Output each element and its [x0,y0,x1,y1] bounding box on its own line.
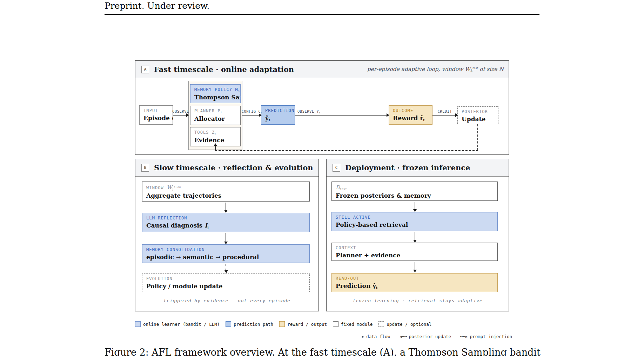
outcome-box: OUTCOME Reward r̃t [389,105,432,125]
dotted-right-arrow-icon: ╌╌► [460,334,468,339]
context-text: Planner + evidence [336,252,497,259]
legend-item-label: prediction path [234,322,273,327]
config-arrow-label: CONFIG Ct [242,109,262,114]
still-active-label: STILL ACTIVE [336,215,497,220]
posterior-text: Update [462,116,498,123]
panel-c-arrow-3 [415,262,415,270]
prediction-path-swatch-icon [226,321,231,327]
llm-reflection-label: LLM REFLECTION [146,216,309,220]
fixed-module-swatch-icon [333,321,338,327]
memory-policy-box: MEMORY POLICY Mt Thompson Sampling [190,84,241,103]
memory-policy-label: MEMORY POLICY Mt [194,87,240,92]
memory-consolidation-text: episodic → semantic → procedural [146,253,309,261]
readout-box: READ-OUT Prediction ŷt [331,273,498,292]
observe-y-arrow-label: OBSERVE Yt [297,109,320,114]
reward-output-swatch-icon [279,321,285,327]
window-box: WINDOW WjSLOW Aggregate trajectories [142,182,310,202]
panel-b-header: B Slow timescale · reflection & evolutio… [135,159,318,177]
posterior-box: POSTERIOR Update [457,106,498,124]
observe-arrow-label: OBSERVE [172,109,189,113]
feedback-line-stub [215,146,216,150]
observe-arrow [173,115,188,116]
readout-text: Prediction ŷt [336,282,497,290]
legend-flows: —► data flow ◄╌╌ posterior update ╌╌► pr… [359,334,512,339]
legend-item-label: online learner (bandit / LLM) [143,322,220,327]
policy-group-box: MEMORY POLICY Mt Thompson Sampling PLANN… [188,81,242,150]
outcome-text: Reward r̃t [393,114,432,122]
panel-b-caption: triggered by evidence — not every episod… [135,298,318,303]
panel-c-badge: C [333,164,340,172]
llm-reflection-text: Causal diagnosis Ij [146,222,309,229]
credit-arrow [432,115,457,116]
feedback-line-vertical [477,124,478,150]
panel-c-caption: frozen learning · retrieval stays adapti… [327,298,509,303]
legend-item-label: reward / output [287,322,327,327]
observe-y-arrow [295,115,389,116]
input-label: INPUT [143,108,173,113]
memory-consolidation-box: MEMORY CONSOLIDATION episodic → semantic… [142,244,310,263]
figure-caption: Figure 2: AFL framework overview. At the… [105,347,541,356]
panel-deployment: C Deployment · frozen inference DTEST Fr… [326,159,509,311]
panel-b-title: Slow timescale · reflection & evolution [154,163,313,172]
legend-flow-label: prompt injection [470,334,512,339]
dtest-text: Frozen posteriors & memory [336,192,497,199]
memory-consolidation-label: MEMORY CONSOLIDATION [146,247,309,252]
tools-text: Evidence [194,137,240,144]
panel-fast-timescale: A Fast timescale · online adaptation per… [135,60,509,155]
paper-page: Preprint. Under review. A Fast timescale… [0,0,644,356]
panel-c-arrow-2 [415,232,415,240]
window-text: Aggregate trajectories [146,192,309,199]
solid-arrow-icon: —► [359,334,364,339]
panel-a-note: per-episode adaptive loop, window Wkfast… [367,66,504,73]
window-label: WINDOW WjSLOW [146,184,309,191]
legend-item-label: update / optional [387,322,431,327]
legend-item-label: fixed module [341,322,373,327]
legend-item-online: online learner (bandit / LLM) [135,321,220,327]
legend-flow-label: posterior update [409,334,451,339]
still-active-box: STILL ACTIVE Policy-based retrieval [331,212,498,231]
legend-item-prediction: prediction path [226,321,273,327]
legend-divider [135,317,509,317]
credit-arrow-label: CREDIT [438,109,452,113]
planner-label: PLANNER Pt [194,108,240,114]
panel-b-arrow-2 [226,233,226,242]
legend-item-reward: reward / output [279,321,327,327]
prediction-text: ŷt [265,114,295,122]
dtest-box: DTEST Frozen posteriors & memory [331,182,498,201]
context-box: CONTEXT Planner + evidence [331,243,498,261]
panel-a-header: A Fast timescale · online adaptation per… [135,61,509,78]
tools-label: TOOLS Zt [194,130,240,135]
prediction-box: PREDICTION ŷt [261,105,295,125]
legend-swatches: online learner (bandit / LLM) prediction… [135,321,431,327]
legend-item-update: update / optional [378,321,431,327]
panel-a-title: Fast timescale · online adaptation [154,65,294,74]
prediction-label: PREDICTION [265,108,295,113]
header-rule [105,14,539,15]
dtest-label: DTEST [336,184,497,191]
legend-item-fixed: fixed module [333,321,373,327]
update-optional-swatch-icon [378,321,384,327]
panel-b-badge: B [141,164,149,172]
legend-flow-label: data flow [366,334,390,339]
panel-b-arrow-1 [226,203,226,210]
dashed-left-arrow-icon: ◄╌╌ [399,334,407,339]
panel-c-arrow-1 [415,202,415,210]
context-label: CONTEXT [336,245,497,250]
config-arrow [242,115,261,116]
still-active-text: Policy-based retrieval [336,221,497,228]
feedback-line-horizontal [215,150,478,151]
preprint-notice: Preprint. Under review. [105,1,209,11]
panel-slow-timescale: B Slow timescale · reflection & evolutio… [135,159,319,311]
legend-flow-posterior: ◄╌╌ posterior update [399,334,451,339]
input-text: Episode et [143,114,173,122]
planner-box: PLANNER Pt Allocator [190,106,241,125]
panel-c-title: Deployment · frozen inference [345,163,470,172]
planner-text: Allocator [194,115,240,122]
evolution-box: EVOLUTION Policy / module update [142,273,310,292]
legend-flow-prompt: ╌╌► prompt injection [460,334,512,339]
llm-reflection-box: LLM REFLECTION Causal diagnosis Ij [142,213,310,232]
evolution-text: Policy / module update [146,283,309,290]
online-learner-swatch-icon [135,321,141,327]
panel-c-header: C Deployment · frozen inference [327,159,509,177]
evolution-label: EVOLUTION [146,276,309,281]
